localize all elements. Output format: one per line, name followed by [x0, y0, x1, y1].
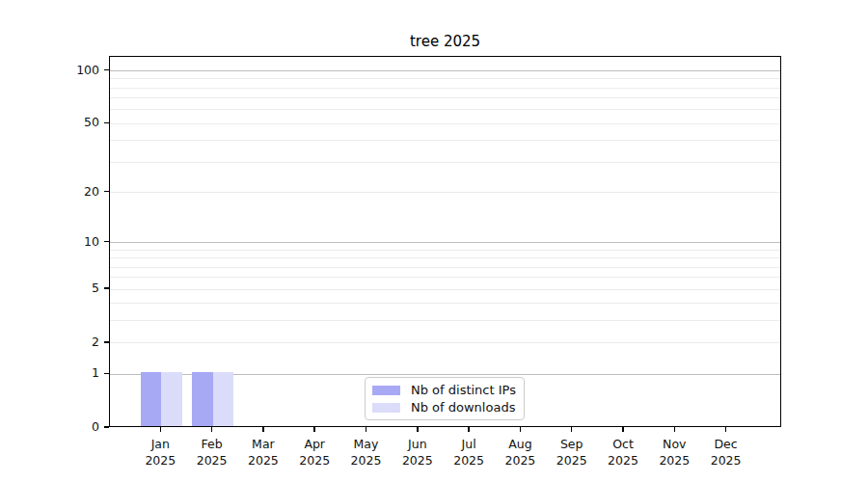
minor-gridline: [110, 162, 780, 163]
y-tick-label: 2: [41, 335, 99, 349]
legend-item-distinct-ips: Nb of distinct IPs: [372, 383, 517, 397]
figure: tree 2025 0125102050100 Jan 2025Feb 2025…: [0, 0, 868, 482]
y-tick-label: 1: [41, 366, 99, 380]
x-tick-mark: [520, 427, 522, 432]
minor-gridline: [110, 289, 780, 290]
minor-gridline: [110, 78, 780, 79]
legend-swatch-distinct-ips-icon: [372, 386, 400, 395]
minor-gridline: [110, 97, 780, 98]
y-tick-label: 10: [41, 235, 99, 249]
x-tick-label-dec: Dec 2025: [697, 436, 755, 469]
chart-title: tree 2025: [109, 33, 781, 52]
x-tick-mark: [366, 427, 367, 432]
minor-gridline: [110, 88, 780, 89]
minor-gridline: [110, 277, 780, 278]
minor-gridline: [110, 140, 780, 141]
x-tick-mark: [571, 427, 573, 432]
x-tick-mark: [313, 427, 315, 432]
y-tick-label: 50: [41, 116, 99, 129]
x-tick-label-sep: Sep 2025: [543, 436, 601, 469]
bar-feb-downloads: [213, 372, 233, 426]
major-gridline: [110, 70, 780, 71]
x-tick-mark: [417, 427, 419, 432]
minor-gridline: [110, 320, 780, 321]
y-tick-label: 5: [41, 281, 99, 295]
y-tick-mark: [104, 122, 109, 124]
x-tick-mark: [674, 427, 676, 432]
y-tick-mark: [104, 241, 109, 243]
x-tick-label-oct: Oct 2025: [594, 436, 652, 469]
minor-gridline: [110, 267, 780, 268]
x-tick-mark: [160, 427, 162, 432]
y-tick-mark: [104, 191, 109, 193]
y-tick-label: 20: [41, 185, 99, 199]
x-tick-mark: [468, 427, 470, 432]
bar-feb-distinct-ips: [192, 372, 212, 426]
x-tick-label-nov: Nov 2025: [645, 436, 703, 469]
bar-jan-distinct-ips: [141, 372, 161, 426]
legend-swatch-downloads-icon: [372, 403, 400, 413]
x-tick-label-may: May 2025: [338, 436, 395, 469]
x-tick-label-jul: Jul 2025: [440, 436, 498, 469]
legend-label-distinct-ips: Nb of distinct IPs: [411, 383, 516, 397]
minor-gridline: [110, 109, 780, 110]
y-tick-mark: [104, 373, 109, 375]
minor-gridline: [110, 123, 780, 124]
minor-gridline: [110, 250, 780, 251]
y-tick-mark: [104, 341, 109, 343]
bar-jan-downloads: [161, 372, 181, 426]
minor-gridline: [110, 192, 780, 193]
major-gridline: [110, 242, 780, 243]
minor-gridline: [110, 303, 780, 304]
x-tick-label-aug: Aug 2025: [491, 436, 549, 469]
y-tick-label: 100: [41, 64, 99, 77]
x-tick-label-feb: Feb 2025: [183, 436, 241, 469]
legend-item-downloads: Nb of downloads: [372, 400, 517, 415]
legend-label-downloads: Nb of downloads: [411, 400, 515, 415]
y-tick-mark: [104, 69, 109, 71]
x-tick-label-mar: Mar 2025: [234, 436, 292, 469]
x-tick-label-apr: Apr 2025: [285, 436, 343, 469]
x-tick-label-jun: Jun 2025: [389, 436, 447, 469]
legend: Nb of distinct IPs Nb of downloads: [365, 377, 525, 420]
y-tick-mark: [104, 426, 109, 428]
x-tick-mark: [262, 427, 264, 432]
x-tick-mark: [725, 427, 727, 432]
x-tick-mark: [622, 427, 624, 432]
plot-area: [109, 56, 781, 427]
minor-gridline: [110, 257, 780, 258]
x-tick-label-jan: Jan 2025: [131, 436, 189, 469]
y-tick-mark: [104, 287, 109, 289]
minor-gridline: [110, 342, 780, 343]
x-tick-mark: [211, 427, 213, 432]
y-tick-label: 0: [41, 420, 99, 434]
